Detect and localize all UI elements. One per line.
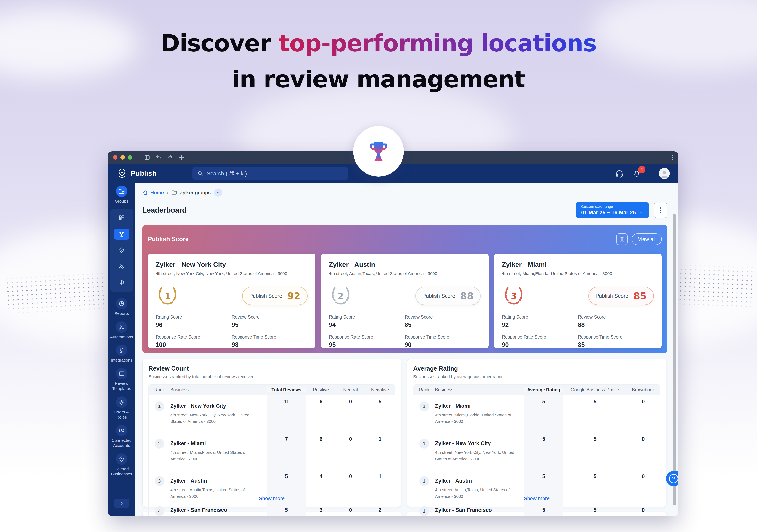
column-google-business-profile[interactable]: Google Business Profile	[563, 387, 626, 393]
page-options-button[interactable]	[654, 203, 667, 218]
minimize-window-button[interactable]	[120, 155, 125, 160]
business-name: Zylker - Austin	[329, 261, 481, 268]
search-input[interactable]: Search ( ⌘ + k )	[193, 167, 348, 180]
publish-score-title: Publish Score	[148, 236, 189, 243]
column-brownbook[interactable]: Brownbook	[626, 387, 660, 393]
column-average-rating[interactable]: Average Rating	[524, 387, 563, 393]
score-card-miami[interactable]: Zylker - Miami 4th street, Miami,Florida…	[494, 253, 662, 348]
breadcrumb-current[interactable]: Zylker groups	[171, 190, 211, 196]
zoom-window-button[interactable]	[128, 155, 132, 160]
sidebar-toggle-icon[interactable]	[144, 154, 150, 161]
sidebar-item-connected-accounts[interactable]: Connected Accounts	[109, 425, 134, 448]
column-business[interactable]: Business	[435, 387, 524, 393]
kebab-icon	[660, 207, 661, 213]
column-neutral[interactable]: Neutral	[336, 387, 365, 393]
score-card-new-york[interactable]: Zylker - New York City 4th street, New Y…	[148, 253, 316, 348]
table-row[interactable]: 4 Zylker - San Francisco 5 3 0 2	[149, 505, 395, 516]
column-rank[interactable]: Rank	[149, 387, 170, 393]
table-row[interactable]: 1 Zylker - New York City4th street, New …	[149, 395, 395, 432]
breadcrumb-dropdown-icon[interactable]	[214, 188, 222, 197]
sidebar-item-deleted-businesses[interactable]: Deleted Businesses	[109, 453, 134, 477]
leaderboard-trophy-icon[interactable]	[114, 228, 129, 240]
column-rank[interactable]: Rank	[413, 387, 435, 393]
review-count-show-more[interactable]: Show more	[142, 495, 401, 501]
date-range-button[interactable]: Custom date range 01 Mar 25 ~ 16 Mar 26	[576, 202, 649, 218]
pill-score: 85	[633, 290, 647, 302]
alerts-badge-icon[interactable]	[114, 277, 129, 288]
locations-pin-icon[interactable]	[114, 245, 129, 256]
view-all-button[interactable]: View all	[632, 233, 662, 245]
team-people-icon[interactable]	[114, 261, 129, 272]
rank-chip: 1	[419, 476, 429, 486]
hero-title: Discover top-performing locations in rev…	[0, 25, 757, 97]
main-content: Home › Zylker groups Leaderboard	[135, 183, 678, 516]
average-rating-show-more[interactable]: Show more	[407, 495, 666, 501]
new-tab-icon[interactable]	[178, 154, 185, 161]
automations-flow-icon	[116, 321, 127, 333]
hero-title-highlight: top-performing locations	[279, 30, 596, 57]
sidebar-label-automations: Automations	[110, 334, 133, 340]
sidebar-item-integrations[interactable]: Integrations	[111, 345, 133, 363]
rank-chip: 1	[419, 506, 429, 516]
groups-subnav	[110, 209, 133, 292]
business-address: 4th street, Austin,Texas, United States …	[329, 271, 481, 276]
business-name: Zylker - Austin	[170, 478, 263, 484]
rank-chip: 2	[155, 439, 165, 449]
table-row[interactable]: 1 Zylker - New York City4th street, New …	[413, 432, 660, 470]
dots-decoration	[677, 263, 754, 310]
publish-score-pill: Publish Score 88	[415, 287, 481, 305]
table-row[interactable]: 1 Zylker - Miami4th street, Miami,Florid…	[413, 395, 660, 432]
app-logo[interactable]: Publish	[116, 168, 157, 179]
deleted-businesses-pin-icon	[116, 453, 127, 465]
divider-line	[529, 296, 585, 296]
close-window-button[interactable]	[113, 155, 117, 160]
vertical-scrollbar[interactable]	[673, 214, 676, 505]
back-icon[interactable]	[155, 154, 162, 161]
stat-response-rate-score: Response Rate Score90	[502, 334, 578, 348]
user-avatar[interactable]	[659, 168, 670, 179]
sidebar-label-reports: Reports	[114, 311, 129, 316]
sidebar-expand-button[interactable]	[114, 498, 129, 508]
score-card-austin[interactable]: Zylker - Austin 4th street, Austin,Texas…	[321, 253, 489, 348]
hero-title-line2: in review management	[232, 66, 525, 93]
trophy-badge	[353, 126, 404, 177]
stat-response-time-score: Response Time Score90	[405, 334, 481, 348]
stat-review-score: Review Score85	[405, 314, 481, 328]
column-business[interactable]: Business	[170, 387, 267, 393]
rank-chip: 1	[419, 401, 429, 411]
forward-icon[interactable]	[167, 154, 173, 161]
review-count-title: Review Count	[148, 365, 395, 372]
browser-menu-icon[interactable]	[672, 155, 673, 160]
business-name: Zylker - New York City	[170, 403, 263, 409]
table-row[interactable]: 1 Zylker - San Francisco 5 5 0	[413, 505, 660, 516]
publish-logo-icon	[116, 168, 128, 179]
sidebar-label-groups: Groups	[115, 199, 128, 204]
overview-grid-icon[interactable]	[114, 212, 129, 223]
notifications-bell-icon[interactable]: 4	[632, 169, 641, 178]
table-row[interactable]: 2 Zylker - Miami4th street, Miami,Florid…	[149, 432, 395, 470]
rank-laurel-badge: 3	[502, 284, 526, 308]
sidebar-item-review-templates[interactable]: Review Templates	[109, 368, 134, 391]
business-address: 4th street, Miami,Florida, United States…	[435, 412, 520, 425]
sidebar-item-users-roles[interactable]: Users & Roles	[109, 397, 134, 420]
table-header-row: Rank Business Average Rating Google Busi…	[413, 385, 660, 395]
business-name: Zylker - Miami	[502, 261, 654, 268]
question-mark-icon: ?	[669, 474, 678, 483]
sidebar-item-reports[interactable]: Reports	[114, 298, 129, 316]
stat-response-time-score: Response Time Score98	[232, 334, 308, 348]
average-rating-card: Average Rating Businesses ranked by aver…	[407, 359, 666, 507]
sidebar-item-automations[interactable]: Automations	[110, 321, 133, 340]
dots-decoration	[5, 271, 107, 316]
compare-columns-button[interactable]	[616, 233, 628, 245]
review-count-subtitle: Businesses ranked by total number of rev…	[148, 374, 395, 379]
sidebar-item-groups[interactable]: Groups	[115, 186, 128, 204]
column-negative[interactable]: Negative	[365, 387, 395, 393]
sidebar-label-integrations: Integrations	[111, 358, 133, 363]
breadcrumb-home-link[interactable]: Home	[142, 190, 164, 196]
date-range-value: 01 Mar 25 ~ 16 Mar 26	[581, 210, 636, 216]
business-name: Zylker - New York City	[435, 440, 520, 447]
stat-rating-score: Rating Score92	[502, 314, 578, 328]
column-positive[interactable]: Positive	[306, 387, 336, 393]
support-headset-icon[interactable]	[615, 169, 624, 178]
column-total-reviews[interactable]: Total Reviews	[267, 387, 306, 393]
